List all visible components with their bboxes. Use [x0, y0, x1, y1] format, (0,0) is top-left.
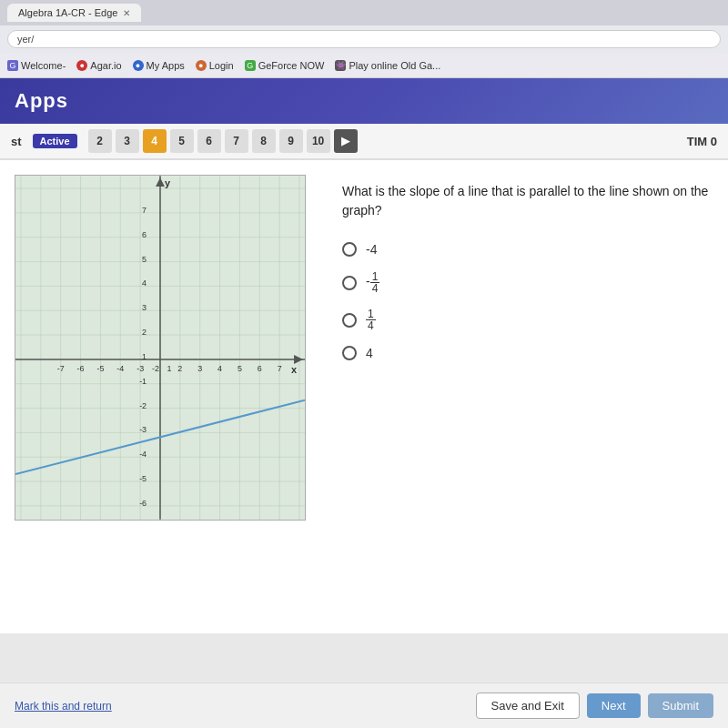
svg-text:2: 2 [142, 328, 147, 337]
option-2[interactable]: - 1 4 [342, 271, 713, 294]
myapps-icon: ● [133, 60, 144, 71]
q-num-6[interactable]: 6 [197, 129, 221, 153]
q-nav-next[interactable]: ▶ [334, 129, 358, 153]
bookmark-playold-label: Play online Old Ga... [349, 60, 440, 71]
timer-value: 0 [711, 135, 717, 148]
svg-text:7: 7 [142, 206, 147, 215]
tab-close-icon[interactable]: ✕ [123, 8, 130, 18]
geforce-icon: G [245, 60, 256, 71]
question-text: What is the slope of a line that is para… [342, 182, 713, 220]
svg-text:7: 7 [278, 364, 282, 373]
fraction-pos-quarter: 1 4 [366, 308, 376, 331]
svg-text:-7: -7 [57, 364, 65, 373]
bookmark-myapps-label: My Apps [147, 60, 185, 71]
active-tab[interactable]: Algebra 1A-CR - Edge ✕ [7, 4, 141, 22]
svg-text:y: y [165, 177, 171, 188]
option-3[interactable]: 1 4 [342, 308, 713, 331]
login-icon: ● [196, 60, 207, 71]
svg-text:-5: -5 [139, 474, 147, 483]
q-num-4[interactable]: 4 [143, 129, 167, 153]
svg-text:-6: -6 [77, 364, 85, 373]
radio-1[interactable] [342, 242, 357, 257]
svg-text:4: 4 [142, 278, 147, 288]
save-exit-button[interactable]: Save and Exit [476, 693, 580, 719]
svg-text:6: 6 [142, 230, 147, 239]
q-num-9[interactable]: 9 [279, 129, 303, 153]
agar-icon: ● [76, 60, 87, 71]
radio-2[interactable] [342, 276, 357, 290]
svg-text:1: 1 [142, 352, 147, 361]
bookmark-login[interactable]: ● Login [196, 60, 234, 71]
svg-text:-5: -5 [96, 364, 104, 373]
app-header: Apps [0, 78, 728, 124]
radio-3[interactable] [342, 313, 357, 328]
svg-text:3: 3 [197, 364, 202, 373]
timer-label: TIM [687, 135, 707, 148]
q-num-10[interactable]: 10 [307, 129, 330, 153]
option-1-label: -4 [366, 242, 377, 257]
question-bar-left: st Active 2 3 4 5 6 7 8 9 10 ▶ [11, 129, 358, 153]
svg-text:4: 4 [217, 364, 222, 373]
svg-text:5: 5 [238, 364, 242, 373]
address-bar [0, 25, 728, 53]
option-2-label: - 1 4 [366, 271, 379, 294]
welcome-icon: G [7, 60, 18, 71]
graph-container: y x 7 6 5 4 3 2 1 -1 -2 -3 -4 -5 -6 -4 -… [15, 175, 306, 521]
browser-tab-bar: Algebra 1A-CR - Edge ✕ [0, 0, 728, 25]
svg-text:6: 6 [258, 364, 262, 373]
svg-text:-1: -1 [139, 377, 147, 386]
mark-return-link[interactable]: Mark this and return [15, 700, 112, 713]
active-badge: Active [33, 134, 77, 148]
playold-icon: 👾 [335, 60, 346, 71]
svg-text:5: 5 [142, 255, 147, 264]
next-button[interactable]: Next [587, 693, 641, 718]
q-num-8[interactable]: 8 [252, 129, 276, 153]
question-section: What is the slope of a line that is para… [342, 175, 713, 619]
status-text: st [11, 135, 22, 148]
bottom-buttons: Save and Exit Next Submit [476, 693, 713, 719]
q-num-3[interactable]: 3 [116, 129, 139, 153]
question-bar: st Active 2 3 4 5 6 7 8 9 10 ▶ TIM 0 [0, 124, 728, 160]
bookmark-agar-label: Agar.io [90, 60, 121, 71]
option-3-label: 1 4 [366, 308, 376, 331]
svg-text:-2: -2 [152, 364, 159, 373]
radio-4[interactable] [342, 346, 357, 360]
bottom-bar: Mark this and return Save and Exit Next … [0, 682, 728, 728]
option-4-label: 4 [366, 346, 373, 360]
svg-text:1: 1 [167, 364, 171, 373]
submit-button[interactable]: Submit [648, 693, 713, 718]
q-num-7[interactable]: 7 [225, 129, 248, 153]
bookmark-geforce[interactable]: G GeForce NOW [245, 60, 325, 71]
bookmark-playold[interactable]: 👾 Play online Old Ga... [335, 60, 440, 71]
svg-text:-4: -4 [139, 450, 147, 459]
bookmark-welcome[interactable]: G Welcome- [7, 60, 66, 71]
tab-label: Algebra 1A-CR - Edge [18, 7, 117, 18]
app-title: Apps [15, 89, 68, 113]
q-num-2[interactable]: 2 [88, 129, 112, 153]
svg-text:-2: -2 [139, 401, 147, 410]
svg-text:-3: -3 [139, 425, 147, 434]
svg-text:-4: -4 [116, 364, 124, 373]
option-4[interactable]: 4 [342, 346, 713, 360]
main-content: y x 7 6 5 4 3 2 1 -1 -2 -3 -4 -5 -6 -4 -… [0, 160, 728, 633]
q-num-5[interactable]: 5 [170, 129, 194, 153]
option-1[interactable]: -4 [342, 242, 713, 257]
svg-text:x: x [291, 364, 297, 375]
bookmark-welcome-label: Welcome- [21, 60, 66, 71]
svg-text:2: 2 [177, 364, 182, 373]
svg-text:3: 3 [142, 303, 147, 312]
bookmarks-bar: G Welcome- ● Agar.io ● My Apps ● Login G… [0, 53, 728, 78]
answer-options: -4 - 1 4 1 4 [342, 242, 713, 360]
svg-text:-6: -6 [139, 499, 147, 508]
svg-text:-3: -3 [136, 364, 144, 373]
bookmark-geforce-label: GeForce NOW [258, 60, 325, 71]
timer-section: TIM 0 [687, 135, 717, 148]
bookmark-login-label: Login [209, 60, 234, 71]
graph-section: y x 7 6 5 4 3 2 1 -1 -2 -3 -4 -5 -6 -4 -… [15, 175, 324, 619]
bookmark-myapps[interactable]: ● My Apps [133, 60, 185, 71]
fraction-neg-quarter: 1 4 [370, 271, 380, 294]
address-input[interactable] [7, 30, 721, 48]
bookmark-agar[interactable]: ● Agar.io [76, 60, 121, 71]
graph-svg: y x 7 6 5 4 3 2 1 -1 -2 -3 -4 -5 -6 -4 -… [15, 176, 305, 520]
